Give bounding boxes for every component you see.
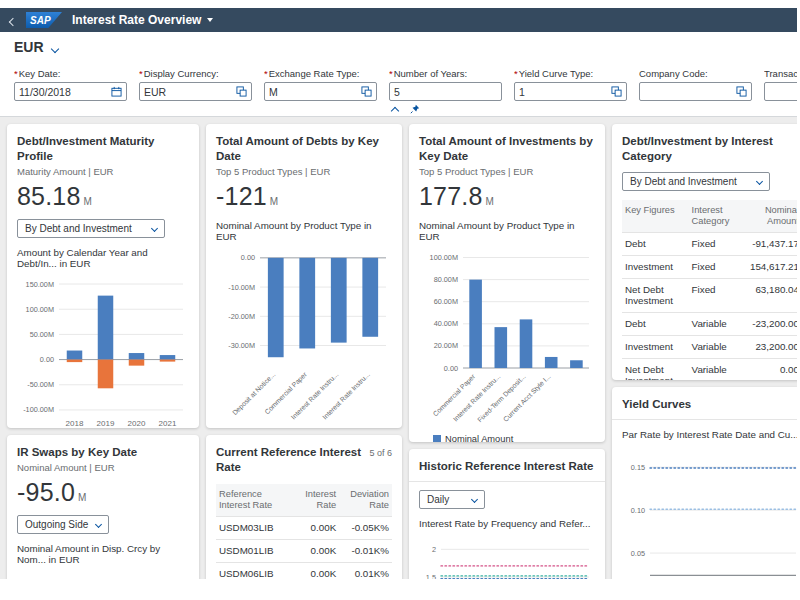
filter-value: 1 (519, 86, 525, 98)
filter-input[interactable]: M (264, 82, 377, 101)
table-cell: Investment (622, 336, 689, 358)
svg-text:2: 2 (432, 545, 436, 554)
required-asterisk: * (14, 68, 18, 79)
debt-investment-select[interactable]: By Debt and Investment (622, 172, 770, 191)
table-cell: Fixed (689, 279, 739, 313)
pin-filter-button[interactable] (410, 100, 420, 118)
svg-text:60.00M: 60.00M (434, 297, 458, 306)
svg-text:Interest Rate Instru...: Interest Rate Instru... (452, 373, 502, 423)
divider (409, 481, 605, 482)
card-historic-reference-rate[interactable]: Historic Reference Interest Rate Daily I… (409, 449, 605, 579)
debts-bar-chart[interactable]: 0.00-10.00M-20.00M-30.00MDeposit at Noti… (216, 246, 392, 426)
svg-text:20.00M: 20.00M (434, 341, 458, 350)
calendar-button[interactable] (111, 86, 122, 97)
filter-field: Company Code: (639, 67, 752, 101)
filter-input[interactable]: EUR (139, 82, 252, 101)
column-header: Interest Category (689, 200, 739, 232)
table-row[interactable]: InvestmentVariable23,200.00 (622, 336, 797, 359)
filter-input[interactable]: 5 (389, 82, 502, 101)
table-row[interactable]: Net Debt InvestmentFixed63,180.04 (622, 279, 797, 314)
filter-value: M (269, 86, 278, 98)
value-help-icon (361, 86, 372, 97)
valuehelp-button[interactable] (611, 86, 622, 97)
svg-text:0.10: 0.10 (631, 506, 645, 515)
valuehelp-button[interactable] (736, 86, 747, 97)
table-cell: Debt (622, 313, 689, 335)
card-total-debts[interactable]: Total Amount of Debts by Key Date Top 5 … (206, 124, 402, 428)
svg-text:Fixed-Term Deposit...: Fixed-Term Deposit... (476, 373, 527, 424)
card-yield-curves[interactable]: Yield Curves Par Rate by Interest Rate D… (612, 387, 797, 579)
reference-rate-table: Reference Interest RateInterest RateDevi… (216, 484, 392, 579)
table-row[interactable]: USDM06LIB0.00K0.01K% (216, 563, 392, 579)
filter-input[interactable]: 1 (514, 82, 627, 101)
collapse-filter-button[interactable] (392, 100, 398, 118)
kpi-number: -95.0 (17, 478, 75, 507)
svg-text:80.00M: 80.00M (434, 275, 458, 284)
variant-select[interactable] (52, 38, 58, 56)
svg-text:-100.00M: -100.00M (23, 405, 54, 414)
investments-bar-chart[interactable]: 100.00M80.00M60.00M40.00M20.00M0.00Comme… (419, 246, 595, 432)
historic-line-chart[interactable]: 21.51 (419, 535, 595, 579)
back-button[interactable] (10, 11, 16, 29)
filter-value: 5 (394, 86, 400, 98)
table-cell: USDM06LIB (216, 563, 293, 579)
value-help-icon (611, 86, 622, 97)
table-cell: 0.00K (293, 517, 339, 539)
debt-investment-select[interactable]: By Debt and Investment (17, 219, 165, 238)
table-cell: Variable (689, 313, 739, 335)
filter-label: Transact (764, 67, 797, 80)
svg-text:Commercial Paper: Commercial Paper (432, 372, 478, 418)
frequency-select[interactable]: Daily (419, 490, 485, 509)
filter-field: *Number of Years:5 (389, 67, 502, 101)
table-cell: Debt (622, 233, 689, 255)
table-cell: Fixed (689, 233, 739, 255)
svg-text:-10.00M: -10.00M (228, 282, 255, 291)
filter-label: Company Code: (639, 67, 752, 80)
card-title: Current Reference Interest Rate (216, 445, 363, 475)
card-interest-category[interactable]: Debt/Investment by Interest Category By … (612, 124, 797, 380)
svg-text:2019: 2019 (97, 419, 115, 428)
table-cell: 154,617.21 (739, 256, 797, 278)
filter-bar: *Key Date:11/30/2018*Display Currency:EU… (0, 62, 797, 117)
table-cell: 0.01K% (339, 563, 392, 579)
chevron-down-icon (50, 45, 58, 53)
table-row[interactable]: InvestmentFixed154,617.21 (622, 256, 797, 279)
table-cell: Variable (689, 359, 739, 380)
svg-text:50.00M: 50.00M (30, 330, 54, 339)
card-ir-swaps[interactable]: IR Swaps by Key Date Nominal Amount | EU… (7, 435, 199, 579)
table-row[interactable]: USDM03LIB0.00K-0.05K% (216, 517, 392, 540)
card-title: Total Amount of Investments by Key Date (419, 134, 595, 164)
card-maturity-profile[interactable]: Debt/Investment Maturity Profile Maturit… (7, 124, 199, 428)
maturity-bar-chart[interactable]: 150.00M100.00M50.00M0.00-50.00M-100.00M2… (17, 273, 189, 428)
filter-input[interactable]: 11/30/2018 (14, 82, 127, 101)
table-row[interactable]: DebtVariable-23,200.00 (622, 313, 797, 336)
card-title: Debt/Investment Maturity Profile (17, 134, 189, 164)
column-header: Key Figures (622, 200, 689, 232)
card-total-investments[interactable]: Total Amount of Investments by Key Date … (409, 124, 605, 442)
svg-text:0.05: 0.05 (631, 548, 645, 557)
filter-field: *Yield Curve Type:1 (514, 67, 627, 101)
card-title: Historic Reference Interest Rate (419, 459, 595, 474)
app-title-menu[interactable]: Interest Rate Overview (72, 13, 213, 27)
valuehelp-button[interactable] (236, 86, 247, 97)
filter-input[interactable] (639, 82, 752, 101)
kpi-unit: M (84, 196, 92, 207)
column-1: Debt/Investment Maturity Profile Maturit… (7, 124, 199, 579)
table-row[interactable]: Net Debt InvestmentVariable0.00 (622, 359, 797, 380)
select-value: Daily (427, 494, 449, 505)
yield-curves-line-chart[interactable]: 0.150.100.05Dec 18Feb 19Apr 19Jun 19Aug … (622, 444, 797, 579)
swap-side-select[interactable]: Outgoing Side (17, 515, 109, 534)
chart-legend: Nominal Amount (419, 434, 595, 442)
svg-text:2018: 2018 (66, 419, 84, 428)
filter-input[interactable] (764, 82, 797, 101)
svg-text:40.00M: 40.00M (434, 319, 458, 328)
required-asterisk: * (389, 68, 393, 79)
table-cell: 0.00K (293, 540, 339, 562)
sap-logo: SAP (26, 12, 62, 28)
card-current-reference-rate[interactable]: Current Reference Interest Rate 5 of 6 R… (206, 435, 402, 579)
filter-label: *Key Date: (14, 67, 127, 80)
valuehelp-button[interactable] (361, 86, 372, 97)
table-row[interactable]: DebtFixed-91,437.17 (622, 233, 797, 256)
filter-value: 11/30/2018 (19, 86, 71, 98)
table-row[interactable]: USDM01LIB0.00K-0.01K% (216, 540, 392, 563)
